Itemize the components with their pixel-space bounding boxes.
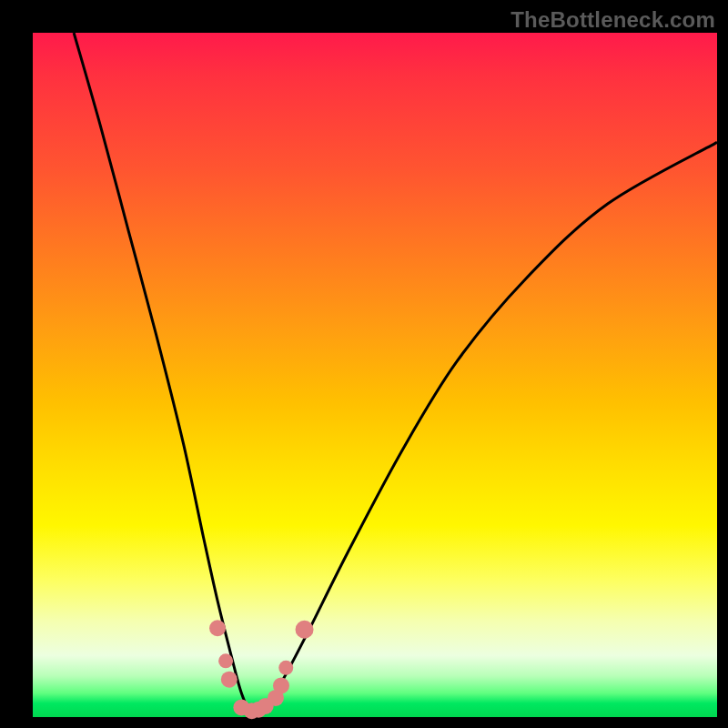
watermark-text: TheBottleneck.com xyxy=(511,7,715,33)
data-marker xyxy=(218,653,233,668)
data-marker xyxy=(296,621,314,639)
bottleneck-curve xyxy=(74,33,717,714)
data-marker xyxy=(273,677,289,693)
data-marker xyxy=(209,620,226,636)
chart-frame: TheBottleneck.com xyxy=(0,0,728,728)
data-marker xyxy=(278,661,293,675)
chart-svg xyxy=(0,0,728,728)
data-marker xyxy=(221,672,238,688)
